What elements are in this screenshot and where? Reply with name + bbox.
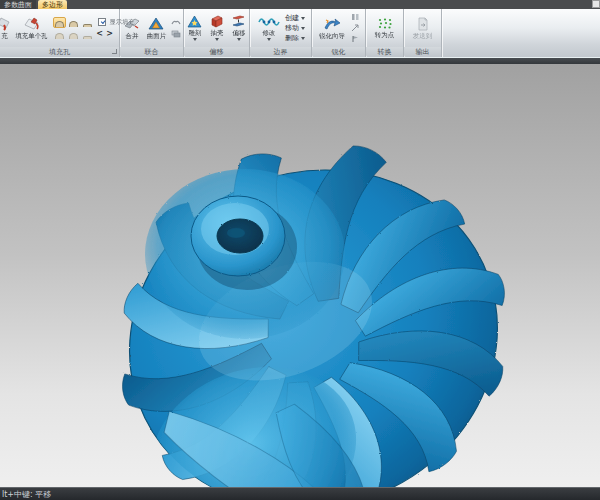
shell-icon [209, 15, 224, 28]
modify-boundary-button[interactable]: 修改 [256, 15, 282, 41]
window-corner-fragment [592, 0, 600, 8]
group-offsets: 雕刻 抽壳 [184, 9, 250, 57]
sculpt-icon [187, 15, 202, 28]
group-fill-holes: 充 填充单个孔 [0, 9, 120, 57]
application-window: 参数曲面 多边形 充 [0, 0, 600, 500]
group-label-combine: 联合 [120, 47, 183, 57]
fill-complete-button[interactable] [53, 29, 66, 40]
dropdown-arrow-icon [301, 37, 305, 40]
ribbon-toolbar: 充 填充单个孔 [0, 9, 600, 58]
status-bar: lt+中键: 平移 [0, 487, 600, 500]
impeller-mesh [59, 89, 560, 487]
convert-to-points-label: 转为点 [375, 31, 394, 38]
arch-curvature-icon [55, 21, 64, 27]
move-boundary-label: 移动 [285, 24, 299, 33]
merge-label: 合并 [125, 32, 138, 39]
arch-tangent-icon [69, 21, 78, 27]
prev-hole-button[interactable]: < [95, 30, 104, 39]
offset-button[interactable]: 偏移 [229, 15, 248, 41]
arch-flat-icon [83, 24, 92, 27]
flag-icon [351, 35, 360, 43]
tab-parametric-surface[interactable]: 参数曲面 [0, 0, 36, 9]
sculpt-label: 雕刻 [188, 29, 201, 36]
group-label-convert: 转换 [366, 47, 403, 57]
link-meshes-button[interactable] [171, 18, 182, 28]
modify-wave-icon [258, 15, 280, 28]
group-label-output: 输出 [404, 47, 441, 57]
sharpen-bars-button[interactable] [350, 12, 361, 22]
checkmark-icon [100, 19, 105, 24]
fill-single-hole-button[interactable]: 填充单个孔 [12, 17, 51, 40]
create-boundary-button[interactable]: 创建 [285, 14, 305, 23]
fill-bridge-button[interactable] [81, 29, 94, 40]
fill-single-hole-icon [24, 17, 40, 31]
surface-patch-label: 曲面片 [146, 32, 165, 39]
layers-icon [171, 30, 181, 38]
sharpen-arrow-button[interactable] [350, 23, 361, 33]
send-to-document-icon [416, 17, 430, 31]
group-label-fill-holes: 填充孔 [0, 47, 119, 57]
layers-button[interactable] [171, 29, 182, 39]
move-boundary-button[interactable]: 移动 [285, 24, 305, 33]
dropdown-arrow-icon [267, 38, 271, 41]
group-convert: 转为点 转换 [366, 9, 404, 57]
link-icon [171, 19, 181, 27]
viewport-3d[interactable] [0, 64, 600, 487]
dropdown-arrow-icon [301, 27, 305, 30]
group-combine: 合并 曲面片 [120, 9, 184, 57]
group-label-sharpening: 锐化 [312, 47, 365, 57]
show-fill-label: 显示填充 [109, 18, 134, 27]
fill-all-label: 充 [1, 32, 7, 39]
arch-partial-icon [69, 33, 78, 39]
group-boundaries: 修改 创建 移动 删除 [250, 9, 312, 57]
group-output: 发送到 输出 [404, 9, 442, 57]
ribbon-tab-strip: 参数曲面 多边形 [0, 0, 600, 9]
points-grid-icon [377, 17, 393, 30]
show-fill-checkbox-row: 显示填充 [98, 17, 136, 27]
sculpt-button[interactable]: 雕刻 [185, 15, 204, 41]
shell-button[interactable]: 抽壳 [207, 15, 226, 41]
group-label-boundaries: 边界 [250, 47, 311, 57]
sharpen-wizard-label: 锐化向导 [319, 32, 345, 39]
sharpen-flag-button[interactable] [350, 34, 361, 44]
arch-bridge-icon [83, 36, 92, 39]
convert-to-points-button[interactable]: 转为点 [372, 17, 397, 39]
arch-complete-icon [55, 33, 64, 39]
fill-partial-button[interactable] [67, 29, 80, 40]
shell-label: 抽壳 [210, 29, 223, 36]
group-label-offsets: 偏移 [184, 47, 249, 57]
create-boundary-label: 创建 [285, 14, 299, 23]
surface-patch-icon [148, 17, 164, 31]
send-to-button[interactable]: 发送到 [410, 17, 435, 40]
sharpen-wizard-button[interactable]: 锐化向导 [316, 17, 348, 40]
bars-icon [351, 13, 360, 21]
modify-boundary-label: 修改 [263, 29, 276, 36]
fill-all-button[interactable]: 充 [0, 17, 12, 40]
send-to-label: 发送到 [413, 32, 432, 39]
fill-all-icon [0, 17, 10, 31]
delete-boundary-button[interactable]: 删除 [285, 34, 305, 43]
delete-boundary-label: 删除 [285, 34, 299, 43]
group-sharpening: 锐化向导 [312, 9, 366, 57]
dropdown-arrow-icon [193, 38, 197, 41]
fill-flat-button[interactable] [81, 17, 94, 28]
offset-icon [231, 15, 246, 28]
sharpen-wizard-icon [323, 17, 341, 31]
fill-curvature-button[interactable] [53, 17, 66, 28]
fill-tangent-button[interactable] [67, 17, 80, 28]
dropdown-arrow-icon [215, 38, 219, 41]
fill-single-hole-label: 填充单个孔 [15, 32, 47, 39]
next-hole-button[interactable]: > [105, 30, 114, 39]
group-dialog-launcher-icon[interactable] [112, 49, 117, 54]
model-3d-impeller[interactable] [0, 64, 600, 487]
show-fill-checkbox[interactable] [98, 18, 106, 26]
surface-patch-button[interactable]: 曲面片 [144, 17, 169, 40]
offset-label: 偏移 [232, 29, 245, 36]
tab-polygons[interactable]: 多边形 [38, 0, 67, 9]
mouse-hint-text: lt+中键: 平移 [0, 489, 51, 500]
dropdown-arrow-icon [237, 38, 241, 41]
diagonal-arrow-icon [351, 24, 360, 32]
dropdown-arrow-icon [301, 17, 305, 20]
